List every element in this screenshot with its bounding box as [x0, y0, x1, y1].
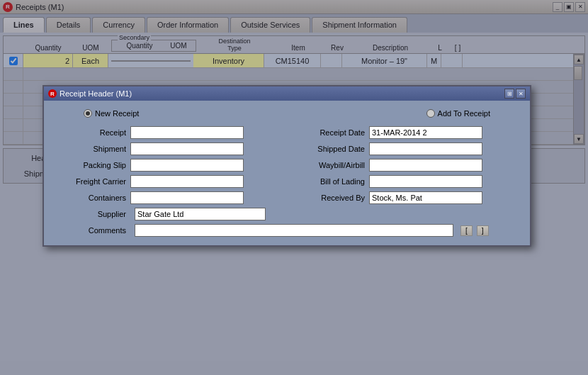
new-receipt-radio-item[interactable]: New Receipt [84, 109, 139, 118]
add-to-receipt-label: Add To Receipt [438, 109, 490, 118]
receipt-date-input[interactable] [369, 126, 482, 139]
packing-slip-label: Packing Slip [55, 161, 126, 169]
receipt-date-label: Receipt Date [294, 128, 365, 137]
modal-overlay: R Receipt Header (M1) ⊞ ✕ New Receipt Ad… [0, 0, 588, 375]
modal-app-icon: R [48, 89, 57, 98]
modal-close-btn[interactable]: ✕ [516, 89, 526, 99]
receipt-row: Receipt [55, 126, 280, 139]
supplier-input[interactable] [135, 208, 266, 220]
modal-restore-btn[interactable]: ⊞ [504, 89, 514, 99]
received-by-input[interactable] [369, 191, 482, 204]
comments-input[interactable] [135, 224, 453, 237]
shipped-date-input[interactable] [369, 142, 482, 155]
shipment-row: Shipment [55, 142, 280, 155]
comments-btn1[interactable]: [ [460, 225, 473, 236]
receipt-label: Receipt [55, 128, 126, 137]
containers-input[interactable] [130, 191, 244, 204]
received-by-label: Received By [294, 194, 365, 202]
containers-label: Containers [55, 194, 126, 202]
add-to-receipt-radio[interactable] [426, 109, 435, 118]
modal-title-bar: R Receipt Header (M1) ⊞ ✕ [44, 86, 530, 101]
receipt-header-modal: R Receipt Header (M1) ⊞ ✕ New Receipt Ad… [43, 85, 531, 247]
shipped-date-label: Shipped Date [294, 145, 365, 153]
supplier-row: Supplier [55, 208, 519, 220]
modal-body: New Receipt Add To Receipt Receipt Shipm… [44, 101, 530, 245]
shipment-label: Shipment [55, 145, 126, 153]
new-receipt-radio[interactable] [84, 109, 92, 118]
packing-slip-input[interactable] [130, 159, 244, 172]
add-to-receipt-radio-item[interactable]: Add To Receipt [426, 109, 490, 118]
waybill-row: Waybill/Airbill [294, 159, 519, 172]
supplier-label: Supplier [55, 210, 126, 218]
shipped-date-row: Shipped Date [294, 142, 519, 155]
packing-slip-row: Packing Slip [55, 159, 280, 172]
received-by-row: Received By [294, 191, 519, 204]
modal-window-controls[interactable]: ⊞ ✕ [504, 89, 526, 99]
waybill-label: Waybill/Airbill [294, 161, 365, 169]
freight-carrier-row: Freight Carrier [55, 175, 280, 188]
shipment-input[interactable] [130, 142, 244, 155]
comments-btn2[interactable]: ] [477, 225, 489, 236]
containers-row: Containers [55, 191, 280, 204]
freight-carrier-input[interactable] [130, 175, 244, 188]
bill-of-lading-label: Bill of Lading [294, 177, 365, 186]
receipt-input[interactable] [130, 126, 244, 139]
bill-of-lading-row: Bill of Lading [294, 175, 519, 188]
comments-label: Comments [55, 226, 126, 235]
new-receipt-label: New Receipt [95, 109, 139, 118]
form-grid: Receipt Shipment Packing Slip Freight Ca… [55, 126, 519, 204]
waybill-input[interactable] [369, 159, 482, 172]
freight-carrier-label: Freight Carrier [55, 177, 126, 186]
receipt-date-row: Receipt Date [294, 126, 519, 139]
modal-title: Receipt Header (M1) [60, 89, 504, 98]
radio-row: New Receipt Add To Receipt [55, 109, 519, 118]
new-receipt-radio-dot [86, 111, 90, 116]
bill-of-lading-input[interactable] [369, 175, 482, 188]
comments-row: Comments [ ] [55, 224, 519, 237]
